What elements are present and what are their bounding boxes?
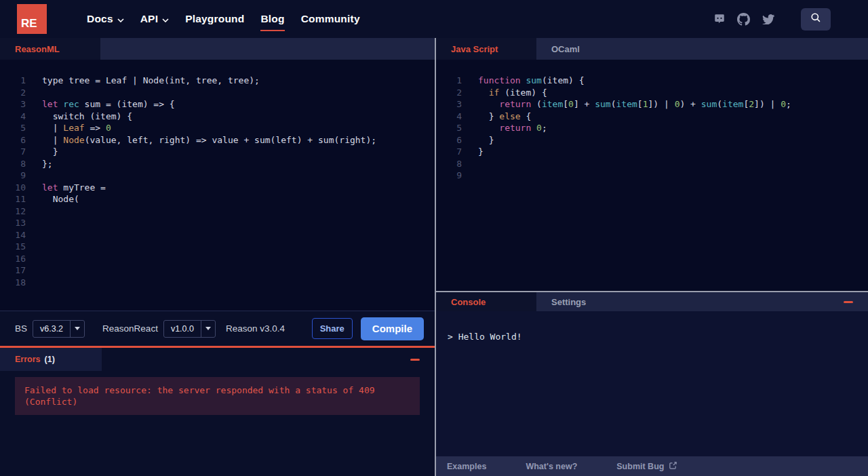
collapse-console-icon[interactable] <box>844 301 853 303</box>
code-line[interactable]: 9 <box>0 170 435 182</box>
logo-text: RE <box>21 17 37 31</box>
select-caret-icon <box>201 321 215 337</box>
line-number: 6 <box>436 134 462 146</box>
nav-right <box>713 8 831 31</box>
discord-icon[interactable] <box>713 13 726 26</box>
code-line[interactable]: 6 | Node(value, left, right) => value + … <box>0 134 435 146</box>
line-number: 5 <box>0 122 26 134</box>
code-line[interactable]: 4 } else { <box>436 111 868 123</box>
error-message-box: Failed to load resource: the server resp… <box>15 377 420 415</box>
code-line[interactable]: 1function sum(item) { <box>436 75 868 87</box>
line-number: 2 <box>436 87 462 99</box>
bs-version-select[interactable]: v6.3.2 <box>33 320 85 338</box>
github-icon[interactable] <box>737 13 750 26</box>
footer-label: Submit Bug <box>616 462 664 471</box>
line-number: 6 <box>0 134 26 146</box>
code-line[interactable]: 13 <box>0 217 435 229</box>
code-text: return 0; <box>462 122 547 134</box>
main-area: ReasonML 1type tree = Leaf | Node(int, t… <box>0 38 868 476</box>
compile-button[interactable]: Compile <box>361 317 424 340</box>
javascript-editor[interactable]: 1function sum(item) {2 if (item) {3 retu… <box>436 60 868 291</box>
code-line[interactable]: 7 } <box>0 146 435 158</box>
nav-link-api[interactable]: API <box>140 13 169 25</box>
search-button[interactable] <box>801 8 831 31</box>
tab-ocaml[interactable]: OCaml <box>536 38 595 60</box>
nav-link-community[interactable]: Community <box>301 13 360 25</box>
tab-label: Console <box>451 297 486 307</box>
line-number: 10 <box>0 182 26 194</box>
code-line[interactable]: 8}; <box>0 158 435 170</box>
line-number: 17 <box>0 264 26 277</box>
code-text <box>26 264 42 277</box>
tab-label: Settings <box>551 297 586 307</box>
reason-editor[interactable]: 1type tree = Leaf | Node(int, tree, tree… <box>0 60 435 311</box>
code-line[interactable]: 12 <box>0 205 435 218</box>
code-line[interactable]: 9 <box>436 170 868 182</box>
line-number: 18 <box>0 277 26 289</box>
errors-panel: Errors (1) Failed to load resource: the … <box>0 346 435 476</box>
bs-version-value: v6.3.2 <box>33 324 70 334</box>
code-line[interactable]: 10let myTree = <box>0 182 435 194</box>
nav-link-label: Docs <box>87 13 113 25</box>
code-text <box>26 229 42 241</box>
nav-link-label: Blog <box>260 13 284 25</box>
line-number: 11 <box>0 193 26 205</box>
line-number: 7 <box>436 146 462 158</box>
nav-link-blog[interactable]: Blog <box>260 13 284 25</box>
tab-console[interactable]: Console <box>436 292 536 311</box>
code-text <box>26 241 42 253</box>
nav-link-label: API <box>140 13 158 25</box>
code-text: | Node(value, left, right) => value + su… <box>26 134 376 146</box>
code-text <box>462 170 478 182</box>
code-line[interactable]: 3 return (item[0] + sum(item[1]) | 0) + … <box>436 98 868 111</box>
tab-reasonml[interactable]: ReasonML <box>0 38 100 60</box>
code-text: } <box>462 134 494 146</box>
playground-footer: Examples What's new? Submit Bug <box>436 456 868 476</box>
code-line[interactable]: 1type tree = Leaf | Node(int, tree, tree… <box>0 75 435 87</box>
code-line[interactable]: 14 <box>0 229 435 241</box>
line-number: 14 <box>0 229 26 241</box>
nav-link-label: Community <box>301 13 360 25</box>
code-line[interactable]: 4 switch (item) { <box>0 111 435 123</box>
code-line[interactable]: 5 | Leaf => 0 <box>0 122 435 134</box>
nav-link-label: Playground <box>185 13 244 25</box>
reasonreact-version-select[interactable]: v1.0.0 <box>163 320 216 338</box>
code-line[interactable]: 16 <box>0 253 435 265</box>
nav-links: Docs API Playground Blog Community <box>87 13 360 25</box>
code-line[interactable]: 18 <box>0 277 435 289</box>
code-line[interactable]: 2 if (item) { <box>436 87 868 99</box>
code-line[interactable]: 8 <box>436 158 868 170</box>
footer-item-submit-bug[interactable]: Submit Bug <box>616 461 677 472</box>
code-line[interactable]: 7} <box>436 146 868 158</box>
code-line[interactable]: 3let rec sum = (item) => { <box>0 98 435 111</box>
chevron-down-icon <box>162 13 169 25</box>
footer-item-examples[interactable]: Examples <box>447 462 486 471</box>
reason-pane: ReasonML 1type tree = Leaf | Node(int, t… <box>0 38 435 476</box>
reason-logo[interactable]: RE <box>17 4 47 34</box>
code-line[interactable]: 15 <box>0 241 435 253</box>
tab-label: ReasonML <box>15 44 60 54</box>
nav-link-docs[interactable]: Docs <box>87 13 124 25</box>
code-line[interactable]: 2 <box>0 87 435 99</box>
errors-tab[interactable]: Errors (1) <box>0 348 102 371</box>
code-text: function sum(item) { <box>462 75 585 87</box>
share-button[interactable]: Share <box>312 318 353 339</box>
reasonreact-version-value: v1.0.0 <box>164 324 201 334</box>
errors-header: Errors (1) <box>0 348 435 371</box>
twitter-icon[interactable] <box>762 13 774 26</box>
code-line[interactable]: 11 Node( <box>0 193 435 205</box>
code-line[interactable]: 6 } <box>436 134 868 146</box>
collapse-errors-icon[interactable] <box>410 359 420 361</box>
tab-javascript[interactable]: Java Script <box>436 38 536 60</box>
code-text: switch (item) { <box>26 111 132 123</box>
code-line[interactable]: 5 return 0; <box>436 122 868 134</box>
footer-item-whats-new[interactable]: What's new? <box>526 462 577 471</box>
nav-link-playground[interactable]: Playground <box>185 13 244 25</box>
line-number: 1 <box>0 75 26 87</box>
tab-settings[interactable]: Settings <box>536 292 601 311</box>
console-output-area: > Hello World! <box>436 311 868 456</box>
line-number: 3 <box>0 98 26 111</box>
line-number: 7 <box>0 146 26 158</box>
chevron-down-icon <box>117 13 124 25</box>
code-line[interactable]: 17 <box>0 264 435 277</box>
